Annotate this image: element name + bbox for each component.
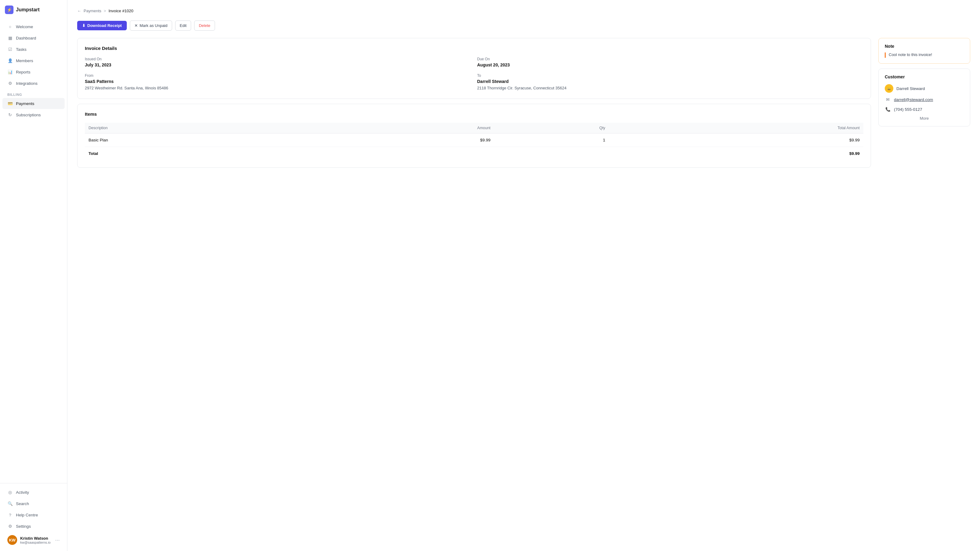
sidebar-item-label: Tasks [16, 47, 27, 52]
col-amount: Amount [317, 123, 494, 133]
sidebar-item-integrations[interactable]: ⚙ Integrations [2, 78, 65, 89]
delete-button[interactable]: Delete [194, 21, 215, 30]
note-card: Note Cool note to this invoice! [878, 38, 970, 64]
right-sidebar: Note Cool note to this invoice! Customer… [878, 38, 970, 126]
invoice-details-card: Invoice Details Issued On July 31, 2023 … [77, 38, 871, 99]
items-card: Items Description Amount Qty Total Amoun… [77, 104, 871, 168]
search-icon: 🔍 [7, 501, 13, 506]
user-info: Kristin Watson kw@saaspatterns.io [20, 536, 52, 544]
x-icon: ✕ [134, 23, 138, 28]
note-title: Note [885, 44, 964, 49]
invoice-grid: Issued On July 31, 2023 Due On August 20… [85, 57, 863, 91]
user-menu-button[interactable]: ··· [55, 537, 60, 543]
to-address: 2118 Thornridge Cir. Syracuse, Connectic… [477, 85, 863, 91]
mark-unpaid-label: Mark as Unpaid [140, 23, 167, 28]
sidebar-item-label: Subscriptions [16, 113, 41, 117]
user-email: kw@saaspatterns.io [20, 541, 52, 544]
users-icon: 👤 [7, 58, 13, 64]
due-on-value: August 20, 2023 [477, 62, 863, 67]
circle-icon: ○ [7, 24, 13, 29]
sidebar-item-label: Search [16, 502, 29, 506]
customer-name-row: 😀 Darrell Steward [885, 84, 964, 93]
sidebar-item-payments[interactable]: 💳 Payments [2, 98, 65, 109]
sidebar-item-label: Settings [16, 524, 31, 529]
avatar: KW [7, 535, 17, 545]
customer-phone: (704) 555-0127 [894, 107, 922, 112]
back-button[interactable]: ← [77, 9, 81, 13]
items-title: Items [85, 111, 863, 117]
total-value: $9.99 [609, 147, 863, 160]
note-bar [885, 52, 886, 58]
sidebar-item-tasks[interactable]: ☑ Tasks [2, 44, 65, 55]
breadcrumb-parent[interactable]: Payments [84, 9, 101, 13]
issued-on-value: July 31, 2023 [85, 62, 471, 67]
sidebar-item-members[interactable]: 👤 Members [2, 55, 65, 66]
sidebar-item-help[interactable]: ? Help Centre [2, 510, 65, 520]
credit-card-icon: 💳 [7, 101, 13, 106]
checkbox-icon: ☑ [7, 46, 13, 52]
breadcrumb-separator: > [104, 9, 106, 13]
issued-on-field: Issued On July 31, 2023 [85, 57, 471, 67]
sidebar-item-welcome[interactable]: ○ Welcome [2, 21, 65, 32]
billing-section-label: BILLING [0, 89, 67, 98]
customer-title: Customer [885, 75, 964, 79]
customer-avatar: 😀 [885, 84, 893, 93]
sidebar-item-dashboard[interactable]: ▦ Dashboard [2, 32, 65, 43]
action-bar: ⬇ Download Receipt ✕ Mark as Unpaid Edit… [77, 21, 970, 30]
grid-icon: ▦ [7, 35, 13, 41]
note-text: Cool note to this invoice! [889, 52, 932, 57]
download-receipt-button[interactable]: ⬇ Download Receipt [77, 21, 127, 30]
customer-more-button[interactable]: More [885, 116, 964, 121]
mark-unpaid-button[interactable]: ✕ Mark as Unpaid [130, 21, 172, 30]
invoice-main: Invoice Details Issued On July 31, 2023 … [77, 38, 871, 168]
col-description: Description [85, 123, 317, 133]
total-row: Total $9.99 [85, 147, 863, 160]
activity-icon: ◎ [7, 489, 13, 495]
customer-card: Customer 😀 Darrell Steward ✉ darrell@ste… [878, 68, 970, 126]
main-content: ← Payments > Invoice #1020 ⬇ Download Re… [67, 0, 980, 551]
user-profile[interactable]: KW Kristin Watson kw@saaspatterns.io ··· [2, 532, 65, 548]
from-field: From SaaS Patterns 2972 Westheimer Rd. S… [85, 73, 471, 91]
item-qty: 1 [494, 133, 609, 147]
refresh-icon: ↻ [7, 112, 13, 118]
invoice-details-title: Invoice Details [85, 46, 863, 51]
sidebar-item-subscriptions[interactable]: ↻ Subscriptions [2, 109, 65, 120]
download-receipt-label: Download Receipt [87, 23, 122, 28]
sidebar-item-activity[interactable]: ◎ Activity [2, 487, 65, 498]
sidebar-item-label: Help Centre [16, 513, 38, 517]
to-label: To [477, 73, 863, 78]
table-row: Basic Plan $9.99 1 $9.99 [85, 133, 863, 147]
delete-label: Delete [199, 23, 210, 28]
download-icon: ⬇ [82, 23, 86, 28]
sidebar-item-label: Members [16, 59, 33, 63]
to-name: Darrell Steward [477, 79, 863, 84]
from-address: 2972 Westheimer Rd. Santa Ana, Illinois … [85, 85, 471, 91]
puzzle-icon: ⚙ [7, 81, 13, 86]
sidebar-item-settings[interactable]: ⚙ Settings [2, 521, 65, 532]
sidebar-item-reports[interactable]: 📊 Reports [2, 67, 65, 78]
phone-icon: 📞 [885, 106, 891, 112]
edit-label: Edit [180, 23, 186, 28]
customer-email[interactable]: darrell@steward.com [894, 97, 933, 102]
issued-on-label: Issued On [85, 57, 471, 61]
items-table: Description Amount Qty Total Amount Basi… [85, 123, 863, 160]
col-qty: Qty [494, 123, 609, 133]
to-field: To Darrell Steward 2118 Thornridge Cir. … [477, 73, 863, 91]
app-name: Jumpstart [16, 7, 40, 13]
due-on-label: Due On [477, 57, 863, 61]
customer-phone-row: 📞 (704) 555-0127 [885, 106, 964, 112]
customer-name: Darrell Steward [896, 86, 925, 91]
item-description: Basic Plan [85, 133, 317, 147]
sidebar-item-search[interactable]: 🔍 Search [2, 498, 65, 509]
item-amount: $9.99 [317, 133, 494, 147]
sidebar-item-label: Payments [16, 101, 34, 106]
user-name: Kristin Watson [20, 536, 52, 541]
app-logo: ⚡ Jumpstart [0, 0, 67, 20]
total-label: Total [85, 147, 317, 160]
note-content: Cool note to this invoice! [885, 52, 964, 58]
edit-button[interactable]: Edit [175, 21, 191, 30]
email-icon: ✉ [885, 97, 891, 103]
breadcrumb: ← Payments > Invoice #1020 [77, 9, 970, 13]
due-on-field: Due On August 20, 2023 [477, 57, 863, 67]
sidebar-item-label: Activity [16, 490, 29, 495]
